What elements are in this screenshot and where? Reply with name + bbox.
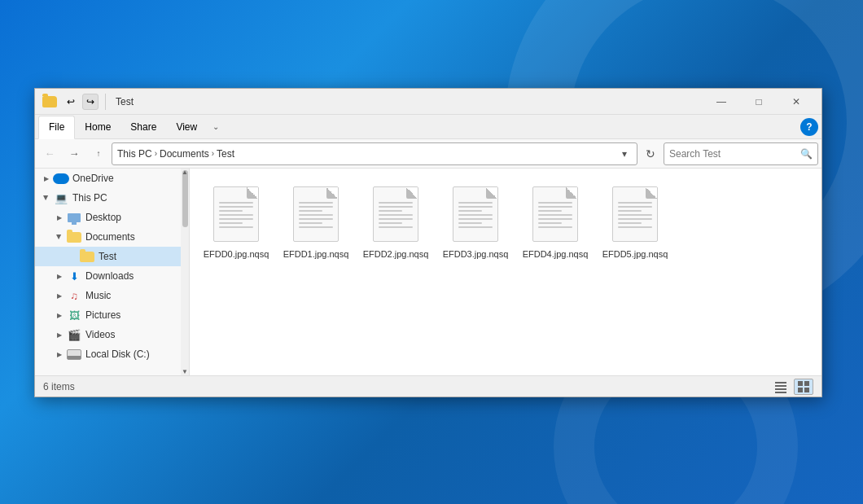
file-doc-lines [299,202,333,228]
documents-icon [66,230,82,243]
expand-arrow-music: ▶ [53,289,66,302]
file-doc-lines [219,202,253,228]
file-item-file0[interactable]: EFDD0.jpg.nqsq [199,178,273,265]
svg-rect-3 [775,392,786,393]
sidebar-item-onedrive[interactable]: ▶ OneDrive [35,169,181,188]
quick-access-toolbar: ↩ ↪ [63,94,109,110]
minimize-button[interactable]: — [703,89,740,115]
qs-divider [105,94,106,110]
file-doc-icon [612,186,658,242]
file-doc-icon [373,186,418,242]
file-icon-wrapper [609,183,661,245]
sidebar-item-pictures[interactable]: ▶ 🖼 Pictures [35,305,181,325]
expand-arrow-pictures: ▶ [53,309,66,322]
back-button[interactable]: ← [38,142,61,165]
file-icon-wrapper [529,183,581,245]
explorer-window: ↩ ↪ Test — □ ✕ File Home Share View ⌄ ? … [34,88,822,397]
path-dropdown-button[interactable]: ▾ [617,143,632,164]
path-arrow-1: › [155,149,157,158]
view-details-button[interactable] [771,379,791,395]
expand-arrow-onedrive: ▶ [40,172,53,185]
test-folder-icon [79,250,95,263]
window-folder-icon [42,94,58,110]
file-icon-wrapper [290,183,342,245]
expand-arrow-desktop: ▶ [53,211,66,224]
sidebar-item-local-disk[interactable]: ▶ Local Disk (C:) [35,344,181,364]
videos-icon: 🎬 [66,328,82,341]
sidebar-label-local-disk: Local Disk (C:) [85,348,150,360]
sidebar: ▲ ▼ ▶ OneDrive ▶ 💻 Th [35,169,190,375]
menu-tab-view[interactable]: View [166,115,207,138]
sidebar-item-test[interactable]: ▶ Test [35,247,181,266]
file-item-file2[interactable]: EFDD2.jpg.nqsq [359,178,432,265]
path-segment-test: Test [217,148,234,160]
menu-tab-share[interactable]: Share [120,115,166,138]
sidebar-label-documents: Documents [85,231,135,243]
menu-tab-file[interactable]: File [38,116,75,139]
pictures-icon: 🖼 [66,309,82,322]
sidebar-item-music[interactable]: ▶ ♫ Music [35,286,181,305]
expand-arrow-this-pc: ▶ [40,191,53,204]
file-name: EFDD5.jpg.nqsq [602,248,668,260]
svg-rect-6 [798,388,803,392]
file-doc-lines [618,202,652,228]
search-box[interactable]: 🔍 [664,142,818,165]
file-name: EFDD3.jpg.nqsq [443,248,509,260]
downloads-icon: ⬇ [66,270,82,283]
search-input[interactable] [669,148,797,160]
refresh-button[interactable]: ↻ [639,142,662,165]
file-name: EFDD4.jpg.nqsq [523,248,589,260]
sidebar-label-videos: Videos [85,329,115,340]
view-icons-button[interactable] [794,379,813,395]
file-item-file1[interactable]: EFDD1.jpg.nqsq [279,178,353,265]
item-count: 6 items [43,381,75,392]
help-button[interactable]: ? [800,118,818,136]
sidebar-item-desktop[interactable]: ▶ Desktop [35,208,181,227]
onedrive-icon [53,172,69,185]
menu-tab-home[interactable]: Home [75,115,120,138]
file-doc-lines [379,202,413,228]
music-icon: ♫ [66,289,82,302]
close-button[interactable]: ✕ [778,89,815,115]
expand-arrow-downloads: ▶ [53,270,66,283]
ribbon-expand-icon[interactable]: ⌄ [207,118,225,136]
sidebar-item-videos[interactable]: ▶ 🎬 Videos [35,325,181,344]
restore-button[interactable]: □ [740,89,778,115]
file-doc-lines [538,202,572,228]
file-doc-icon [293,186,339,242]
svg-rect-1 [775,385,786,387]
path-segment-documents: Documents [160,148,209,160]
window-title: Test [116,96,703,107]
content-area: ▲ ▼ ▶ OneDrive ▶ 💻 Th [35,169,821,375]
file-item-file3[interactable]: EFDD3.jpg.nqsq [439,178,512,265]
file-item-file5[interactable]: EFDD5.jpg.nqsq [598,178,672,265]
desktop-icon [66,211,82,224]
forward-button[interactable]: → [63,142,85,165]
svg-rect-5 [804,381,809,386]
file-name: EFDD1.jpg.nqsq [283,248,349,260]
expand-arrow-local-disk: ▶ [53,348,66,361]
address-path[interactable]: This PC › Documents › Test ▾ [112,142,637,165]
file-item-file4[interactable]: EFDD4.jpg.nqsq [519,178,592,265]
file-doc-icon [213,186,259,242]
qs-forward-button[interactable]: ↪ [82,94,99,110]
sidebar-item-documents[interactable]: ▶ Documents [35,227,181,247]
window-controls: — □ ✕ [703,89,815,115]
sidebar-item-downloads[interactable]: ▶ ⬇ Downloads [35,266,181,286]
file-doc-icon [453,186,498,242]
view-controls [771,379,813,395]
search-icon[interactable]: 🔍 [800,148,813,160]
file-name: EFDD2.jpg.nqsq [363,248,429,260]
menu-bar: File Home Share View ⌄ ? [35,115,821,139]
qs-back-button[interactable]: ↩ [63,94,79,110]
sidebar-label-this-pc: This PC [72,192,107,204]
file-icon-wrapper [449,183,502,245]
status-bar: 6 items [35,375,821,397]
sidebar-label-onedrive: OneDrive [72,173,114,184]
up-button[interactable]: ↑ [87,142,110,165]
file-doc-icon [532,186,578,242]
sidebar-label-pictures: Pictures [85,309,120,321]
svg-rect-7 [804,388,809,392]
sidebar-item-this-pc[interactable]: ▶ 💻 This PC [35,188,181,208]
expand-arrow-documents: ▶ [53,230,66,243]
